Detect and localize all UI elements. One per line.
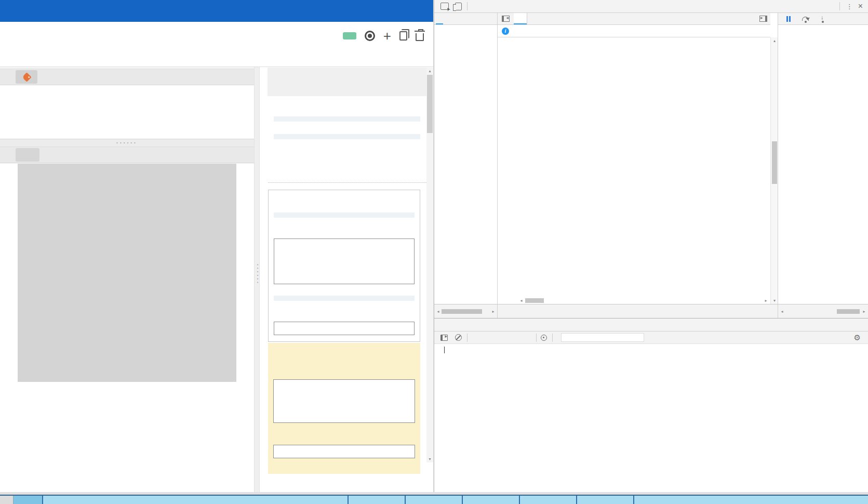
css-editor[interactable]	[0, 85, 254, 139]
scrollbar-thumb[interactable]	[837, 309, 860, 314]
stock-allocation-input[interactable]	[274, 322, 415, 335]
file-navigator-tree	[434, 25, 498, 304]
scroll-down-icon[interactable]: ▾	[426, 456, 433, 462]
scroll-up-icon[interactable]: ▴	[426, 68, 433, 74]
navigator-pane-tabs	[434, 13, 498, 25]
hide-navigator-icon[interactable]	[502, 16, 510, 22]
eye-icon	[365, 31, 375, 41]
divider	[552, 334, 553, 342]
info-icon: i	[502, 28, 509, 35]
top-navigation	[0, 0, 433, 22]
delete-button[interactable]	[416, 31, 424, 41]
panel-toggle-icon[interactable]	[759, 16, 767, 22]
scroll-left-icon[interactable]: ◂	[518, 298, 524, 303]
devtools-toolbar: ⋮ ×	[434, 0, 868, 13]
divider	[467, 2, 468, 10]
console-filter-input[interactable]	[561, 333, 644, 342]
description-textarea[interactable]	[274, 238, 415, 284]
console-drawer: ⚙	[434, 318, 868, 492]
tab-page[interactable]	[434, 13, 445, 24]
scroll-up-icon[interactable]: ▴	[771, 37, 778, 44]
editor-horizontal-scrollbar[interactable]: ◂ ▸	[518, 298, 769, 303]
description-textarea[interactable]	[273, 379, 415, 423]
forms-menu[interactable]	[420, 0, 433, 22]
page-header: +	[0, 22, 433, 50]
code-icon[interactable]	[16, 148, 39, 162]
sources-body: i ◂ ▸ ▴ ▾	[434, 25, 868, 304]
scroll-down-icon[interactable]: ▾	[771, 297, 778, 304]
sidebar-horizontal-scrollbar[interactable]: ◂ ▸	[779, 309, 867, 314]
taskbar-item[interactable]	[577, 496, 634, 504]
navigator-scroll-zone: ◂ ▸	[434, 304, 498, 318]
console-prompt[interactable]	[434, 344, 868, 355]
text-cursor	[444, 347, 445, 353]
element-info-bar[interactable]	[274, 213, 415, 218]
taskbar-item[interactable]	[349, 496, 406, 504]
element-info-bar[interactable]	[274, 134, 420, 139]
element-info-bar[interactable]	[274, 296, 415, 301]
panel-splitter-vertical[interactable]: ••••••	[254, 67, 260, 492]
js-editor[interactable]	[0, 164, 254, 492]
preview-scrollbar[interactable]: ▴ ▾	[426, 68, 433, 462]
navigator-horizontal-scrollbar[interactable]: ◂ ▸	[435, 309, 496, 314]
preview-button[interactable]	[365, 31, 375, 41]
taskbar-item[interactable]	[463, 496, 520, 504]
scroll-right-icon[interactable]: ▸	[490, 309, 496, 314]
file-tab-1[interactable]	[514, 13, 527, 24]
onceoff-row-plain	[268, 190, 420, 342]
scroll-left-icon[interactable]: ◂	[779, 309, 785, 314]
drawer-menu-icon[interactable]	[438, 319, 443, 331]
copy-button[interactable]	[399, 31, 407, 41]
scrollbar-thumb[interactable]	[525, 298, 544, 303]
onceoff-row-highlighted	[268, 343, 420, 474]
step-into-icon[interactable]	[820, 16, 825, 22]
scroll-right-icon[interactable]: ▸	[763, 298, 769, 303]
file-tabs	[498, 13, 770, 25]
taskbar-item[interactable]	[520, 496, 577, 504]
editor-splitter-horizontal[interactable]: ••••••	[0, 139, 254, 147]
sources-status-bar: ◂ ▸ ◂ ▸	[434, 304, 868, 318]
devtools-close-icon[interactable]: ×	[855, 2, 868, 11]
console-sidebar-icon[interactable]	[440, 335, 448, 341]
drawer-close-icon[interactable]	[856, 319, 868, 331]
live-expression-icon[interactable]	[541, 335, 547, 341]
element-info-bar[interactable]	[274, 116, 420, 122]
form-preview-panel: ▴ ▾	[260, 67, 433, 492]
scrollbar-thumb[interactable]	[772, 141, 777, 184]
header-actions: +	[343, 31, 424, 41]
pause-icon[interactable]	[786, 16, 791, 22]
gear-icon[interactable]: ⚙	[854, 333, 861, 342]
scroll-right-icon[interactable]: ▸	[861, 309, 867, 314]
taskbar-item[interactable]	[634, 496, 868, 504]
save-button[interactable]	[343, 32, 356, 39]
step-over-icon[interactable]	[802, 17, 809, 21]
copy-icon	[399, 31, 407, 41]
design-tabs	[0, 50, 433, 67]
pretty-print-icon[interactable]	[502, 307, 515, 316]
form-title	[268, 68, 426, 96]
editor-vertical-scrollbar[interactable]: ▴ ▾	[770, 37, 778, 304]
divider	[467, 334, 468, 342]
taskbar-item[interactable]	[0, 496, 14, 504]
pretty-print-notice: i	[498, 25, 770, 37]
workspace: •••••• ••••••	[0, 67, 433, 492]
inspect-element-icon[interactable]	[440, 3, 449, 10]
stock-allocation-input[interactable]	[273, 445, 415, 458]
css-tag-button[interactable]	[16, 70, 37, 84]
source-code[interactable]	[498, 37, 770, 304]
sidebar-scroll-zone: ◂ ▸	[778, 304, 868, 318]
js-panel-header	[0, 147, 254, 163]
scrollbar-thumb[interactable]	[427, 75, 433, 133]
taskbar-item[interactable]	[43, 496, 349, 504]
sources-tab-row	[434, 13, 868, 25]
debugger-sidebar	[778, 25, 868, 304]
devtools-menu-icon[interactable]: ⋮	[844, 3, 855, 10]
scroll-left-icon[interactable]: ◂	[435, 309, 441, 314]
tag-icon	[22, 72, 31, 82]
taskbar-item[interactable]	[406, 496, 463, 504]
add-button[interactable]: +	[383, 31, 391, 41]
device-toolbar-icon[interactable]	[455, 3, 462, 10]
taskbar-item[interactable]	[14, 496, 43, 504]
scrollbar-thumb[interactable]	[442, 309, 482, 314]
clear-console-icon[interactable]	[455, 334, 462, 341]
